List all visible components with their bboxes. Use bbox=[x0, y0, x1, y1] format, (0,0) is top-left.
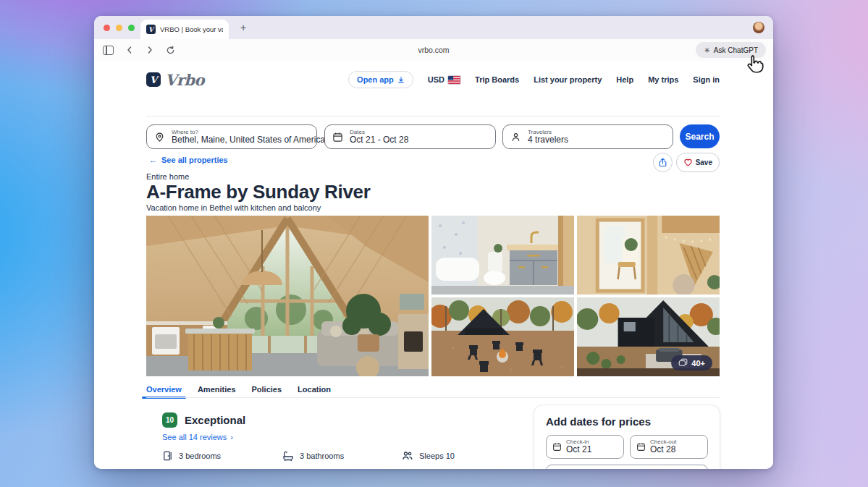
dates-value: Oct 21 - Oct 28 bbox=[350, 135, 408, 145]
location-pin-icon bbox=[154, 132, 165, 143]
site-header: V Vrbo Open app USD Trip Boards Li bbox=[146, 67, 720, 93]
vrbo-logo-icon: V bbox=[146, 72, 161, 87]
nav-trip-boards[interactable]: Trip Boards bbox=[475, 75, 519, 84]
back-to-properties-link[interactable]: ← See all properties bbox=[149, 156, 228, 164]
tab-location[interactable]: Location bbox=[298, 385, 331, 394]
photo-firepit[interactable] bbox=[431, 297, 574, 376]
nav-help[interactable]: Help bbox=[616, 75, 633, 84]
tab-policies[interactable]: Policies bbox=[252, 385, 282, 394]
checkin-value: Oct 21 bbox=[566, 445, 591, 455]
open-app-button[interactable]: Open app bbox=[348, 71, 413, 88]
rating-score-badge: 10 bbox=[162, 412, 177, 428]
photo-count-badge[interactable]: 40+ bbox=[671, 355, 712, 370]
browser-tab[interactable]: V VRBO | Book your vaca bbox=[140, 20, 229, 39]
reviews-link-label: See all 14 reviews bbox=[162, 433, 227, 441]
vrbo-logo-wordmark: Vrbo bbox=[165, 71, 204, 89]
currency-label: USD bbox=[428, 75, 444, 84]
forward-icon[interactable] bbox=[146, 46, 154, 54]
ask-chatgpt-button[interactable]: ✳ Ask ChatGPT bbox=[696, 42, 766, 58]
tabs-divider bbox=[146, 397, 720, 398]
photo-loft[interactable] bbox=[577, 216, 720, 295]
browser-toolbar: vrbo.com bbox=[94, 39, 773, 62]
photo-bathroom[interactable] bbox=[431, 216, 574, 295]
photos-icon bbox=[678, 358, 688, 368]
fact-sleeps: Sleeps 10 bbox=[402, 450, 455, 462]
photo-living-room[interactable] bbox=[146, 216, 429, 376]
booking-card: Add dates for prices Check-in Oct 21 Che… bbox=[534, 405, 720, 469]
tab-overview[interactable]: Overview bbox=[146, 385, 182, 394]
listing-tabs: Overview Amenities Policies Location bbox=[146, 382, 331, 397]
chevron-right-icon: › bbox=[230, 433, 233, 441]
fact-sleeps-label: Sleeps 10 bbox=[419, 452, 455, 460]
tab-amenities[interactable]: Amenities bbox=[198, 385, 236, 394]
back-link-label: See all properties bbox=[161, 156, 228, 164]
save-button[interactable]: Save bbox=[676, 153, 720, 172]
reload-icon[interactable] bbox=[166, 46, 175, 55]
nav-my-trips[interactable]: My trips bbox=[648, 75, 678, 84]
address-bar[interactable]: vrbo.com bbox=[94, 39, 773, 61]
zoom-window-button[interactable] bbox=[128, 25, 135, 31]
calendar-icon bbox=[552, 442, 562, 452]
checkout-value: Oct 28 bbox=[650, 445, 676, 455]
browser-profile-avatar[interactable] bbox=[753, 22, 764, 33]
back-arrow-icon: ← bbox=[149, 156, 157, 164]
sidebar-toggle-icon[interactable] bbox=[103, 46, 114, 55]
tab-title: VRBO | Book your vaca bbox=[160, 25, 223, 33]
rating-label: Exceptional bbox=[185, 414, 245, 426]
save-label: Save bbox=[696, 158, 712, 166]
currency-selector[interactable]: USD bbox=[428, 75, 460, 84]
property-title: A-Frame by Sunday River bbox=[146, 181, 371, 203]
nav-sign-in[interactable]: Sign in bbox=[693, 75, 720, 84]
back-icon[interactable] bbox=[125, 46, 134, 54]
traveler-icon bbox=[510, 132, 521, 143]
vrbo-favicon: V bbox=[146, 25, 156, 34]
close-window-button[interactable] bbox=[104, 25, 110, 31]
vrbo-page: V Vrbo Open app USD Trip Boards Li bbox=[94, 61, 773, 469]
chatgpt-icon: ✳ bbox=[704, 46, 709, 54]
search-button[interactable]: Search bbox=[680, 124, 720, 148]
minimize-window-button[interactable] bbox=[116, 25, 122, 31]
see-all-reviews-link[interactable]: See all 14 reviews › bbox=[162, 433, 233, 441]
bedroom-icon bbox=[162, 450, 173, 462]
fact-bathrooms: 3 bathrooms bbox=[282, 450, 344, 462]
search-travelers-field[interactable]: Travelers 4 travelers bbox=[502, 124, 673, 149]
site-nav: Open app USD Trip Boards List your prope… bbox=[348, 71, 720, 88]
fact-bathrooms-label: 3 bathrooms bbox=[300, 452, 344, 460]
where-value: Bethel, Maine, United States of America bbox=[172, 135, 325, 145]
browser-window: V VRBO | Book your vaca + vrbo.com ✳ Ask… bbox=[94, 16, 773, 469]
calendar-icon bbox=[332, 132, 343, 143]
ask-chatgpt-label: Ask ChatGPT bbox=[714, 46, 758, 54]
fact-bedrooms: 3 bedrooms bbox=[162, 450, 221, 462]
listing-actions: Save bbox=[653, 153, 720, 172]
checkin-field[interactable]: Check-in Oct 21 bbox=[546, 435, 624, 459]
browser-tab-bar: V VRBO | Book your vaca + bbox=[94, 16, 773, 39]
checkout-field[interactable]: Check-out Oct 28 bbox=[630, 435, 708, 459]
window-controls bbox=[104, 25, 135, 31]
fact-bedrooms-label: 3 bedrooms bbox=[179, 452, 221, 460]
us-flag-icon bbox=[448, 76, 460, 84]
property-subtitle: Vacation home in Bethel with kitchen and… bbox=[146, 203, 321, 212]
search-where-field[interactable]: Where to? Bethel, Maine, United States o… bbox=[146, 124, 317, 149]
calendar-icon bbox=[636, 442, 646, 452]
share-icon bbox=[658, 158, 667, 167]
share-button[interactable] bbox=[653, 153, 673, 172]
booking-travelers-field[interactable]: Travelers bbox=[546, 465, 708, 469]
download-icon bbox=[397, 76, 405, 84]
travelers-value: 4 travelers bbox=[528, 135, 568, 145]
photo-count-label: 40+ bbox=[691, 359, 705, 368]
vrbo-logo[interactable]: V Vrbo bbox=[146, 71, 204, 89]
open-app-label: Open app bbox=[357, 75, 394, 84]
heart-icon bbox=[683, 158, 693, 167]
search-dates-field[interactable]: Dates Oct 21 - Oct 28 bbox=[324, 124, 496, 149]
photo-gallery: 40+ bbox=[146, 216, 720, 376]
sleeps-icon bbox=[402, 450, 413, 462]
new-tab-button[interactable]: + bbox=[236, 20, 250, 35]
property-type: Entire home bbox=[146, 172, 189, 181]
bathroom-icon bbox=[282, 450, 294, 462]
header-divider bbox=[146, 116, 720, 117]
booking-heading: Add dates for prices bbox=[546, 415, 708, 428]
nav-list-your-property[interactable]: List your property bbox=[534, 75, 602, 84]
rating-row: 10 Exceptional bbox=[162, 412, 245, 428]
